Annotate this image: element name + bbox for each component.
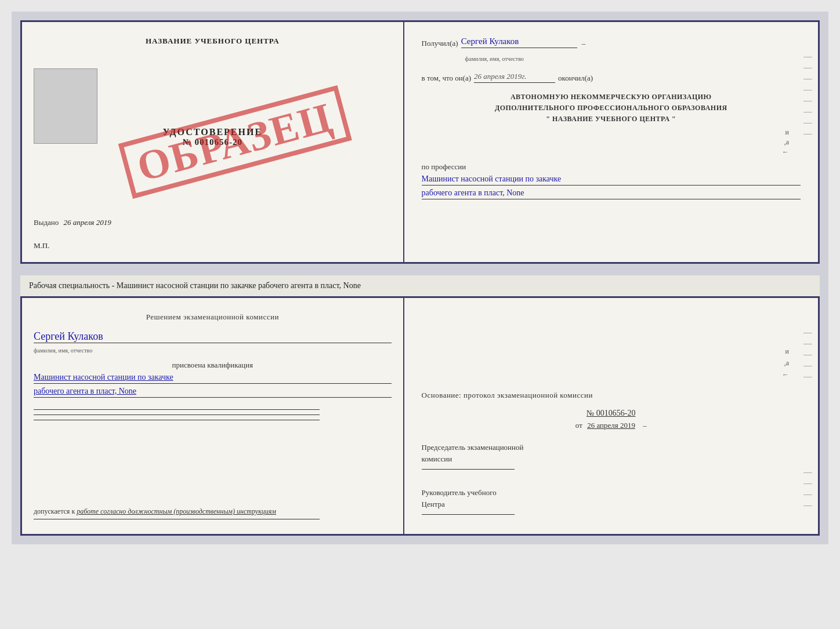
osnovanie-title: Основание: протокол экзаменационной коми… <box>422 391 801 400</box>
vtom-row: в том, что он(а) 26 апреля 2019г. окончи… <box>422 72 801 83</box>
poluchil-name: Сергей Кулаков <box>461 37 577 48</box>
doc-right: Получил(а) Сергей Кулаков – фамилия, имя… <box>404 22 818 262</box>
kvalif-line1: Машинист насосной станции по закачке <box>34 373 392 384</box>
protocol-date: от 26 апреля 2019 – <box>422 421 801 430</box>
below-main-text: Рабочая специальность - Машинист насосно… <box>29 281 361 290</box>
dash-line-6 <box>803 112 812 112</box>
below-text-area: Рабочая специальность - Машинист насосно… <box>20 275 820 296</box>
dash-line-3 <box>803 79 812 79</box>
vydano-row: Выдано 26 апреля 2019 <box>34 218 111 227</box>
bottom-fio-sublabel: фамилия, имя, отчество <box>34 347 92 354</box>
protocol-nomer: № 0010656-20 <box>422 409 801 418</box>
bottom-left-title: Решением экзаменационной комиссии <box>34 312 392 322</box>
photo-placeholder <box>34 68 97 144</box>
document-top: НАЗВАНИЕ УЧЕБНОГО ЦЕНТРА ОБРАЗЕЦ УДОСТОВ… <box>20 20 820 264</box>
rukovoditel-section: Руководитель учебного Центра <box>422 487 801 515</box>
допускается-label: допускается к <box>34 507 75 515</box>
bdash-4 <box>803 366 812 366</box>
vtom-date: 26 апреля 2019г. <box>474 72 555 83</box>
profession-label: по профессии <box>422 162 801 172</box>
profession-line1: Машинист насосной станции по закачке <box>422 174 801 186</box>
rukovoditel-label: Руководитель учебного Центра <box>422 487 801 510</box>
dash-line-5 <box>803 101 812 101</box>
mp-label: М.П. <box>34 241 49 250</box>
doc-bottom-left: Решением экзаменационной комиссии Сергей… <box>22 298 404 534</box>
bdash-2 <box>803 344 812 344</box>
predsedatel-label: Председатель экзаменационной комиссии <box>422 442 801 464</box>
dash-line-2 <box>803 68 812 68</box>
prisvoena-label: присвоена квалификация <box>34 361 392 370</box>
sig-line-1 <box>34 409 320 410</box>
doc-left: НАЗВАНИЕ УЧЕБНОГО ЦЕНТРА ОБРАЗЕЦ УДОСТОВ… <box>22 22 404 262</box>
okonchil-label: окончил(а) <box>558 74 593 83</box>
bottom-right-dash-lines <box>803 333 812 388</box>
bdash-bottom-2 <box>803 483 812 484</box>
bdash-bottom-4 <box>803 506 812 506</box>
bdash-bottom-3 <box>803 495 812 495</box>
predsedatel-line <box>422 469 515 470</box>
page-wrapper: НАЗВАНИЕ УЧЕБНОГО ЦЕНТРА ОБРАЗЕЦ УДОСТОВ… <box>12 12 828 544</box>
bottom-a-label: ,а <box>784 359 789 368</box>
org-line3: " НАЗВАНИЕ УЧЕБНОГО ЦЕНТРА " <box>422 114 801 125</box>
profession-line2: рабочего агента в пласт, None <box>422 188 801 199</box>
bottom-i-label: и <box>785 347 789 356</box>
dash-line-7 <box>803 123 812 123</box>
sig-line-2 <box>34 415 320 415</box>
bottom-name: Сергей Кулаков <box>34 330 392 343</box>
poluchil-row: Получил(а) Сергей Кулаков – <box>422 37 801 48</box>
dash-line-4 <box>803 90 812 90</box>
sig-line-3 <box>34 420 320 420</box>
org-line1: АВТОНОМНУЮ НЕКОММЕРЧЕСКУЮ ОРГАНИЗАЦИЮ <box>422 92 801 103</box>
rukovoditel-line <box>422 514 515 515</box>
kvalif-line2: рабочего агента в пласт, None <box>34 387 392 398</box>
a-label: ,а <box>784 138 789 147</box>
bottom-right-dash-bottom <box>803 472 812 517</box>
dash-line-8 <box>803 134 812 134</box>
doc-bottom-right: и ,а ← Основание: протокол экзаменационн… <box>404 298 818 534</box>
fio-sublabel: фамилия, имя, отчество <box>465 56 524 62</box>
top-left-title: НАЗВАНИЕ УЧЕБНОГО ЦЕНТРА <box>34 37 392 46</box>
org-line2: ДОПОЛНИТЕЛЬНОГО ПРОФЕССИОНАЛЬНОГО ОБРАЗО… <box>422 103 801 114</box>
org-text: АВТОНОМНУЮ НЕКОММЕРЧЕСКУЮ ОРГАНИЗАЦИЮ ДО… <box>422 92 801 125</box>
dash-lines-right <box>803 57 812 145</box>
vtom-label: в том, что он(а) <box>422 74 472 83</box>
document-bottom: Решением экзаменационной комиссии Сергей… <box>20 296 820 536</box>
predsedatel-section: Председатель экзаменационной комиссии <box>422 442 801 470</box>
допускается-line <box>34 519 320 519</box>
i-label: и <box>785 128 789 137</box>
poluchil-label: Получил(а) <box>422 39 458 48</box>
bdash-bottom-1 <box>803 472 812 473</box>
bottom-arrow-label: ← <box>782 370 789 379</box>
допускается-text: работе согласно должностным (производств… <box>77 507 276 515</box>
bdash-5 <box>803 377 812 377</box>
bdash-1 <box>803 333 812 333</box>
vydano-label: Выдано <box>34 218 59 227</box>
допускается-row: допускается к работе согласно должностны… <box>34 507 392 519</box>
arrow-left-label: ← <box>782 148 789 157</box>
bdash-3 <box>803 355 812 355</box>
vydano-date: 26 апреля 2019 <box>64 218 111 227</box>
dash-line-1 <box>803 57 812 57</box>
